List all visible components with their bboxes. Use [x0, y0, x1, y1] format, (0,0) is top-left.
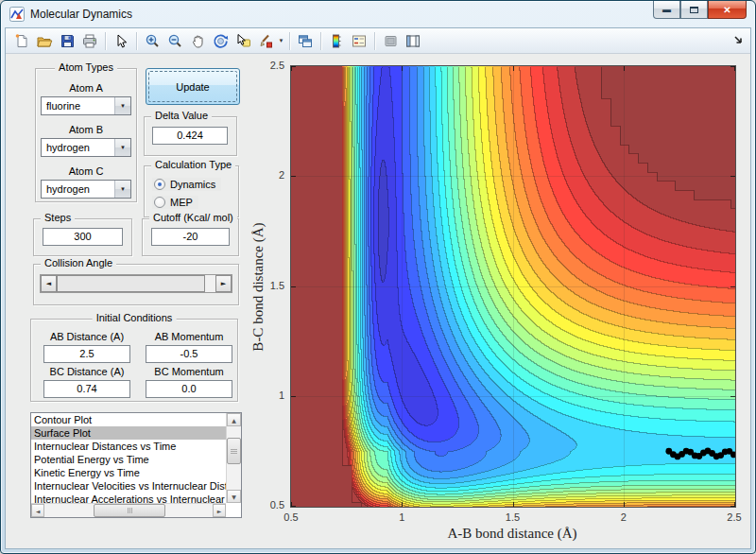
print-icon[interactable]	[78, 30, 101, 52]
y-tick-label: 2.5	[260, 60, 284, 71]
steps-field[interactable]: 300	[43, 228, 123, 246]
atom-b-value: hydrogen	[46, 142, 90, 153]
init-cond-label: BC Distance (A)	[42, 366, 132, 377]
close-button[interactable]: ✕	[708, 1, 747, 19]
contour-canvas[interactable]	[291, 66, 735, 507]
dock-figure-icon[interactable]	[733, 35, 745, 46]
scroll-down-icon[interactable]: ▼	[227, 490, 241, 503]
steps-legend: Steps	[41, 212, 75, 223]
init-cond-field[interactable]: -0.5	[146, 345, 232, 363]
link-plots-icon[interactable]	[294, 30, 317, 52]
scroll-up-icon[interactable]: ▲	[227, 413, 241, 426]
atom-types-legend: Atom Types	[55, 61, 117, 73]
listbox-vscrollbar[interactable]: ▲ ▼	[226, 413, 241, 503]
toolbar-separator	[374, 32, 375, 50]
vscroll-thumb[interactable]	[227, 438, 241, 464]
toolbar-separator	[320, 32, 321, 50]
list-item[interactable]: Internuclear Velocities vs Internuclear …	[31, 479, 226, 493]
scroll-left-icon[interactable]: ◄	[31, 504, 44, 517]
minimize-button[interactable]: ▬	[653, 1, 680, 19]
pointer-icon[interactable]	[110, 30, 132, 52]
initial-conditions-legend: Initial Conditions	[93, 312, 177, 323]
zoom-in-icon[interactable]	[141, 30, 163, 52]
y-axis-label: B-C bond distance (Å)	[250, 179, 266, 396]
radio-dynamics[interactable]: Dynamics	[152, 178, 221, 191]
init-cond-field[interactable]: 0.74	[43, 380, 130, 398]
maximize-button[interactable]	[680, 1, 708, 19]
atom-b-dropdown[interactable]: hydrogen ▼	[41, 138, 131, 157]
x-tick-label: 0.5	[280, 511, 302, 523]
chevron-down-icon[interactable]: ▼	[114, 181, 130, 198]
list-item[interactable]: Internuclear Accelerations vs Internucle…	[31, 493, 226, 503]
atom-a-label: Atom A	[44, 82, 128, 94]
init-cond-field[interactable]: 2.5	[43, 345, 130, 363]
save-icon[interactable]	[56, 30, 78, 52]
new-file-icon[interactable]	[10, 30, 33, 52]
chevron-down-icon[interactable]: ▼	[114, 139, 130, 156]
open-folder-icon[interactable]	[33, 30, 56, 52]
atom-c-dropdown[interactable]: hydrogen ▼	[41, 180, 131, 199]
show-plot-tools-icon[interactable]	[402, 30, 424, 52]
delta-value-field[interactable]: 0.424	[152, 127, 228, 145]
radio-unselected-icon	[154, 197, 165, 208]
figure-canvas: Atom Types Atom A fluorine ▼ Atom B hydr…	[6, 54, 750, 548]
pan-icon[interactable]	[186, 30, 209, 52]
colorbar-icon[interactable]	[325, 30, 348, 52]
slider-left-arrow-icon[interactable]: ◄	[41, 275, 57, 292]
listbox-hscrollbar[interactable]: ◄ ►	[31, 503, 226, 517]
brush-icon[interactable]	[254, 30, 277, 52]
atom-b-label: Atom B	[44, 124, 128, 135]
app-window: Molecular Dynamics ▬ ✕ ▼ Atom Types Atom…	[0, 0, 756, 554]
contour-plot-area[interactable]	[290, 65, 736, 508]
x-tick-label: 2	[612, 511, 635, 523]
rotate-3d-icon[interactable]	[209, 30, 232, 52]
toolbar-separator	[136, 32, 137, 50]
figure-toolbar: ▼	[6, 28, 750, 54]
init-cond-label: AB Distance (A)	[42, 331, 132, 342]
calculation-type-panel: Calculation Type	[144, 165, 239, 217]
brush-dropdown-icon[interactable]: ▼	[277, 30, 285, 52]
y-tick-label: 0.5	[260, 499, 284, 511]
list-item[interactable]: Surface Plot	[31, 426, 226, 440]
cutoff-legend: Cutoff (Kcal/ mol)	[149, 212, 237, 223]
list-item[interactable]: Contour Plot	[31, 413, 226, 426]
radio-label: MEP	[170, 197, 193, 208]
x-tick-label: 2.5	[723, 511, 746, 523]
delta-value-legend: Delta Value	[151, 110, 212, 121]
init-cond-label: AB Momentum	[144, 331, 234, 342]
collision-angle-legend: Collision Angle	[41, 257, 116, 268]
list-item[interactable]: Kinetic Energy vs Time	[31, 466, 226, 479]
hscroll-thumb[interactable]	[94, 504, 165, 517]
slider-thumb[interactable]	[57, 275, 205, 292]
toolbar-separator	[105, 32, 106, 50]
radio-mep[interactable]: MEP	[152, 196, 198, 209]
cutoff-field[interactable]: -20	[151, 228, 230, 246]
legend-icon[interactable]	[348, 30, 370, 52]
scroll-right-icon[interactable]: ►	[213, 504, 226, 517]
hide-plot-tools-icon[interactable]	[379, 30, 402, 52]
update-button[interactable]: Update	[146, 68, 240, 105]
list-item[interactable]: Potential Energy vs Time	[31, 453, 226, 466]
init-cond-field[interactable]: 0.0	[146, 380, 232, 398]
atom-c-label: Atom C	[44, 165, 128, 177]
plot-type-listbox[interactable]: Contour PlotSurface PlotInternuclear Dis…	[30, 412, 242, 518]
calculation-type-legend: Calculation Type	[151, 159, 235, 170]
atom-a-dropdown[interactable]: fluorine ▼	[41, 96, 131, 115]
chevron-down-icon[interactable]: ▼	[114, 97, 130, 114]
toolbar-separator	[289, 32, 290, 50]
init-cond-label: BC Momentum	[144, 366, 234, 377]
atom-c-value: hydrogen	[46, 183, 90, 195]
matlab-figure-icon	[9, 7, 25, 22]
radio-label: Dynamics	[170, 179, 215, 190]
x-tick-label: 1	[390, 511, 413, 523]
radio-selected-icon	[154, 179, 165, 190]
title-bar[interactable]: Molecular Dynamics ▬ ✕	[1, 1, 755, 27]
list-item[interactable]: Internuclear Distances vs Time	[31, 440, 226, 453]
zoom-out-icon[interactable]	[163, 30, 186, 52]
atom-a-value: fluorine	[46, 100, 80, 112]
slider-right-arrow-icon[interactable]: ►	[215, 275, 232, 292]
collision-angle-slider[interactable]: ◄ ►	[40, 274, 232, 293]
x-axis-label: A-B bond distance (Å)	[385, 526, 640, 542]
data-cursor-icon[interactable]	[232, 30, 254, 52]
x-tick-label: 1.5	[502, 511, 524, 523]
